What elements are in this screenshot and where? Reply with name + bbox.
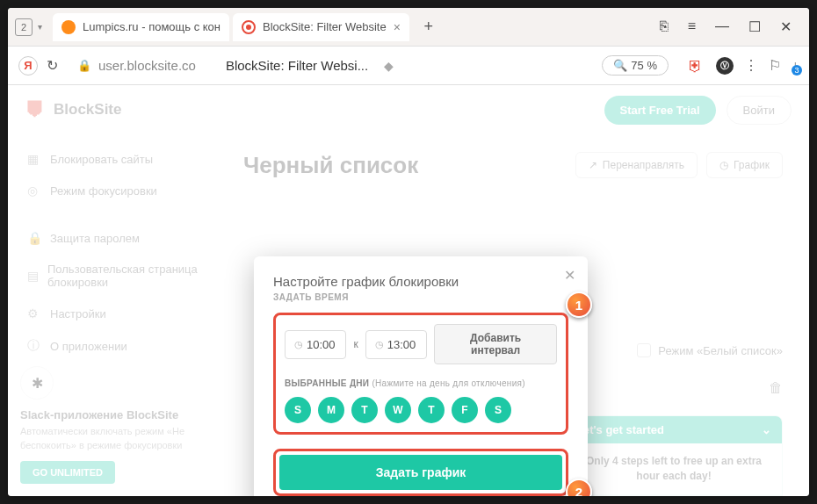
close-icon[interactable]: ✕ [564, 267, 575, 284]
page-content: ⛊ BlockSite Start Free Trial Войти ▦Блок… [8, 85, 809, 496]
modal-title: Настройте график блокировки [273, 274, 568, 289]
lock-icon: 🔒 [77, 59, 91, 72]
tab-label: Lumpics.ru - помощь с кон [83, 20, 221, 33]
close-button[interactable]: ✕ [780, 18, 792, 35]
callout-1: 1 [566, 292, 592, 318]
address-bar: Я ↻ 🔒 user.blocksite.co BlockSite: Filte… [8, 47, 809, 85]
yandex-icon[interactable]: Я [18, 56, 38, 76]
download-badge: 3 [792, 65, 802, 76]
url-box[interactable]: 🔒 user.blocksite.co [67, 54, 206, 76]
download-icon[interactable]: ↓3 [792, 58, 799, 74]
browser-window: 2 ▾ Lumpics.ru - помощь с кон BlockSite:… [8, 8, 809, 496]
to-label: к [353, 338, 358, 350]
day-wed[interactable]: W [385, 397, 411, 423]
lumpics-icon [61, 20, 76, 34]
time-value: 10:00 [307, 338, 336, 351]
zoom-control[interactable]: 🔍 75 % [602, 55, 669, 76]
day-thu[interactable]: T [418, 397, 445, 423]
highlight-box-1: ◷10:00 к ◷13:00 Добавить интервал ВЫБРАН… [273, 313, 568, 435]
minimize-button[interactable]: — [715, 18, 729, 35]
shield-icon[interactable]: ⛨ [688, 57, 705, 75]
tab-blocksite[interactable]: BlockSite: Filter Website × [233, 13, 409, 41]
time-to-input[interactable]: ◷13:00 [365, 330, 427, 359]
chevron-down-icon[interactable]: ▾ [38, 22, 42, 32]
overflow-icon[interactable]: ≡ [688, 18, 696, 35]
clock-icon: ◷ [375, 339, 384, 350]
days-label: ВЫБРАННЫЕ ДНИ (Нажмите на день для отклю… [285, 378, 557, 388]
tab-lumpics[interactable]: Lumpics.ru - помощь с кон [53, 13, 229, 41]
reload-button[interactable]: ↻ [47, 57, 58, 74]
new-tab-button[interactable]: + [416, 15, 441, 40]
schedule-modal: ✕ Настройте график блокировки ЗАДАТЬ ВРЕ… [254, 256, 588, 496]
zoom-icon: 🔍 [613, 59, 627, 72]
page-title: BlockSite: Filter Websi... [226, 58, 368, 73]
add-interval-button[interactable]: Добавить интервал [434, 324, 557, 364]
time-value: 13:00 [387, 338, 416, 351]
days-row: S M T W T F S [285, 397, 557, 423]
day-tue[interactable]: T [351, 397, 378, 423]
vk-icon[interactable]: Ⓥ [716, 57, 734, 75]
tab-label: BlockSite: Filter Website [263, 20, 387, 33]
close-icon[interactable]: × [394, 20, 401, 34]
blocksite-icon [242, 20, 256, 34]
day-sun[interactable]: S [285, 397, 311, 423]
day-fri[interactable]: F [452, 397, 478, 423]
tab-count[interactable]: 2 [15, 18, 33, 36]
bookmark-icon[interactable]: ◆ [384, 59, 394, 73]
maximize-button[interactable]: ☐ [748, 18, 761, 35]
tab-bar: 2 ▾ Lumpics.ru - помощь с кон BlockSite:… [8, 8, 809, 47]
highlight-box-2: Задать график [273, 449, 568, 496]
kebab-icon[interactable]: ⋮ [744, 57, 758, 74]
time-from-input[interactable]: ◷10:00 [285, 330, 346, 359]
url-text: user.blocksite.co [98, 58, 196, 73]
set-schedule-button[interactable]: Задать график [279, 455, 562, 490]
day-mon[interactable]: M [318, 397, 344, 423]
modal-subtitle: ЗАДАТЬ ВРЕМЯ [273, 292, 568, 302]
reader-icon[interactable]: ⎘ [660, 18, 669, 35]
extensions-icon[interactable]: ⚐ [769, 57, 781, 74]
zoom-value: 75 % [631, 59, 657, 72]
clock-icon: ◷ [294, 339, 303, 350]
day-sat[interactable]: S [485, 397, 511, 423]
